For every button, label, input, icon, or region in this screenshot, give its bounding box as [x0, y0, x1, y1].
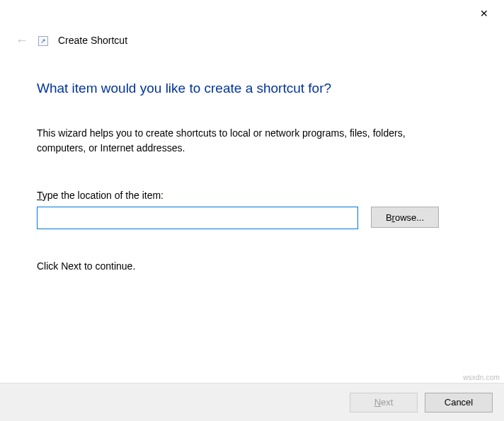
wizard-content: What item would you like to create a sho… [0, 47, 504, 272]
watermark: wsxdn.com [463, 374, 500, 381]
title-bar: ✕ [0, 0, 504, 28]
shortcut-icon: ↗ [38, 36, 48, 46]
browse-post: owse... [395, 212, 424, 223]
wizard-header: ← ↗ Create Shortcut [0, 28, 504, 47]
create-shortcut-wizard: ✕ ← ↗ Create Shortcut What item would yo… [0, 0, 504, 421]
close-icon: ✕ [480, 8, 488, 19]
location-input[interactable] [37, 207, 358, 229]
location-row: Browse... [37, 207, 467, 229]
page-heading: What item would you like to create a sho… [37, 81, 467, 96]
wizard-footer: Next Cancel [0, 383, 504, 421]
next-accel: N [374, 397, 381, 408]
cancel-button[interactable]: Cancel [425, 393, 493, 413]
continue-hint: Click Next to continue. [37, 260, 467, 272]
close-button[interactable]: ✕ [470, 3, 498, 24]
location-label: Type the location of the item: [37, 190, 467, 201]
location-label-text: ype the location of the item: [42, 190, 164, 201]
wizard-title: Create Shortcut [58, 35, 127, 46]
location-label-accel: T [37, 190, 42, 201]
back-arrow-icon: ← [16, 34, 28, 47]
next-post: ext [381, 397, 393, 408]
browse-button[interactable]: Browse... [371, 207, 439, 228]
wizard-description: This wizard helps you to create shortcut… [37, 126, 433, 156]
next-button[interactable]: Next [350, 393, 418, 413]
browse-pre: B [386, 212, 392, 223]
